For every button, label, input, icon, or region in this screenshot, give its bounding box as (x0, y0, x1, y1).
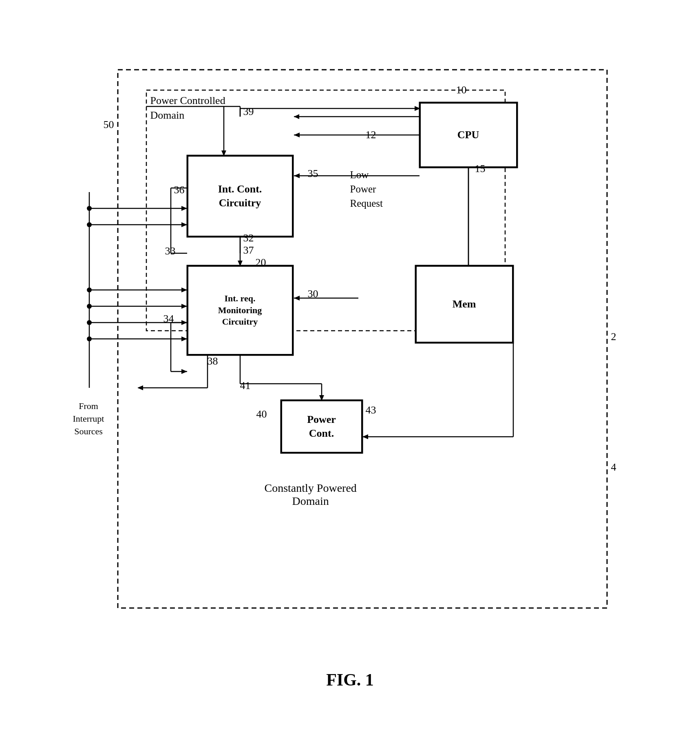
svg-marker-39 (181, 369, 187, 374)
cpu-label: CPU (457, 128, 479, 142)
low-power-request-label: LowPowerRequest (350, 168, 383, 210)
svg-marker-48 (181, 287, 187, 292)
int-req-label: Int. req. Monitoring Circuitry (218, 293, 262, 328)
ref-43: 43 (366, 404, 376, 416)
ref-15: 15 (475, 163, 486, 175)
ref-41: 41 (240, 380, 251, 392)
ref-36: 36 (174, 184, 185, 196)
cpu-box: CPU (420, 102, 517, 168)
svg-marker-42 (137, 385, 143, 390)
constantly-powered-label: Constantly PoweredDomain (265, 482, 357, 508)
power-controlled-label: Power ControlledDomain (150, 93, 225, 123)
ref-38: 38 (208, 355, 218, 367)
power-cont-label: Power Cont. (307, 413, 336, 440)
svg-point-60 (87, 304, 92, 309)
svg-marker-66 (362, 434, 368, 439)
svg-marker-54 (181, 336, 187, 341)
svg-point-62 (87, 336, 92, 341)
svg-marker-44 (181, 206, 187, 211)
mem-box: Mem (415, 265, 513, 343)
int-req-box: Int. req. Monitoring Circuitry (187, 265, 293, 355)
ref-33: 33 (165, 245, 176, 257)
ref-39: 39 (243, 106, 254, 118)
ref-32: 32 (243, 232, 254, 244)
svg-point-58 (87, 222, 92, 227)
from-interrupt-sources-label: FromInterruptSources (73, 400, 104, 438)
svg-point-59 (87, 287, 92, 292)
svg-point-57 (87, 206, 92, 211)
mem-label: Mem (453, 297, 476, 311)
figure-caption: FIG. 1 (326, 670, 374, 690)
ref-35: 35 (308, 168, 318, 180)
ref-20: 20 (256, 257, 266, 269)
int-cont-label: Int. Cont. Circuitry (218, 182, 262, 210)
power-cont-box: Power Cont. (281, 400, 362, 453)
int-cont-box: Int. Cont. Circuitry (187, 155, 293, 237)
svg-marker-50 (181, 304, 187, 309)
ref-4: 4 (611, 461, 616, 473)
ref-34: 34 (163, 313, 174, 325)
ref-30: 30 (308, 288, 318, 300)
svg-point-61 (87, 320, 92, 325)
ref-50: 50 (104, 119, 114, 131)
svg-marker-46 (181, 222, 187, 227)
ref-40: 40 (256, 408, 267, 420)
ref-12: 12 (366, 129, 376, 141)
svg-marker-21 (294, 173, 300, 178)
svg-marker-35 (294, 296, 300, 301)
ref-2: 2 (611, 331, 616, 343)
ref-10: 10 (456, 84, 467, 96)
svg-marker-52 (181, 320, 187, 325)
ref-37: 37 (243, 244, 254, 257)
